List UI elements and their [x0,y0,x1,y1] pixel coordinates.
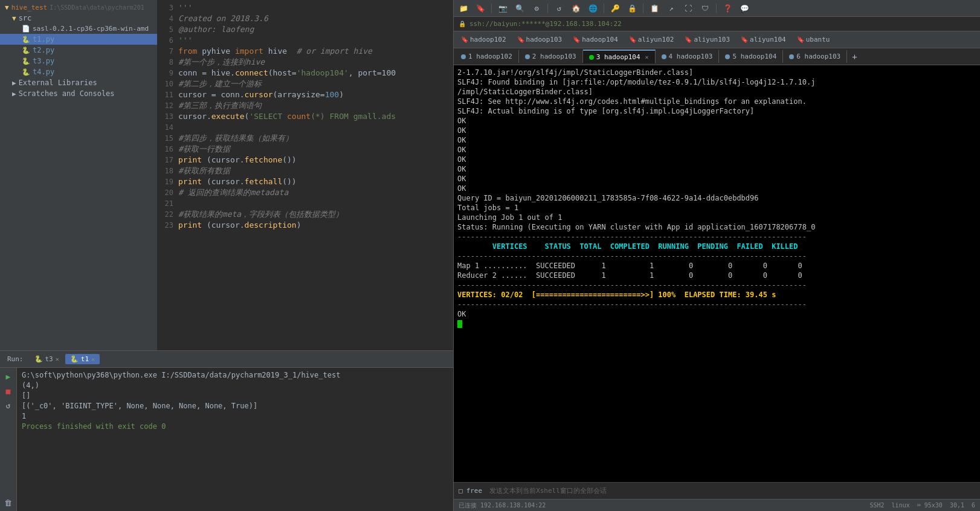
ssh-toolbar: 📁 🔖 📷 🔍 ⚙ ↺ 🏠 🌐 🔑 🔒 📋 ↗ ⛶ 🛡 ❓ 💬 [454,0,980,17]
t3-file[interactable]: 🐍 t3.py [0,56,157,66]
run-panel-inner: ▶ ■ ↺ 🗑 G:\soft\python\py368\python.exe … [0,368,453,511]
src-folder[interactable]: ▼ src [0,13,157,24]
run-line-4: 1 [22,411,448,422]
t3-label: t3.py [33,57,54,65]
run-tab-t1[interactable]: 🐍 t1 ✕ [65,354,100,364]
external-libraries[interactable]: ▶ External Libraries [0,77,157,88]
ssh-new-session-btn[interactable]: 📁 [456,1,471,16]
bookmark-hadoop104[interactable]: 🔖 hadoop104 [568,34,623,45]
ssh-tabs-bar: 1 hadoop102 2 hadoop103 3 hadoop104 ✕ 4 … [454,48,980,65]
term-line-5: OK [457,116,976,126]
code-line-14: 14 [157,122,453,133]
ssh-camera-btn[interactable]: 📷 [495,1,510,16]
t1-icon: 🐍 [22,36,30,43]
tab-dot-4 [725,54,730,59]
bookmark-aliyun104[interactable]: 🔖 aliyun104 [736,34,791,45]
project-name: hive_test [11,4,48,11]
t4-file[interactable]: 🐍 t4.py [0,66,157,77]
ssh-terminal[interactable]: 2-1.7.10.jar!/org/slf4j/impl/StaticLogge… [454,65,980,482]
term-line-9: OK [457,155,976,164]
ssh-copy-btn[interactable]: 📋 [647,1,662,16]
term-line-21: Map 1 .......... SUCCEEDED 1 1 0 0 0 0 [457,261,976,271]
ssh-shield-btn[interactable]: 🛡 [698,1,712,16]
run-trash-button[interactable]: 🗑 [2,497,15,509]
code-line-6: 6 ''' [157,35,453,46]
run-tabs-bar: Run: 🐍 t3 ✕ 🐍 t1 ✕ [0,351,453,368]
code-line-7: 7 from pyhive import hive # or import hi… [157,46,453,57]
ssh-tab-5[interactable]: 6 hadoop103 [783,50,847,63]
ssh-tab-4[interactable]: 5 hadoop104 [719,50,783,63]
code-line-13: 13 cursor.execute('SELECT count(*) FROM … [157,111,453,122]
run-stop-button[interactable]: ■ [2,385,15,397]
scratches-icon: ▶ [12,90,16,98]
bk-icon-4: 🔖 [685,36,692,43]
bookmark-hadoop103[interactable]: 🔖 hadoop103 [512,34,567,45]
ssh-connect-btn[interactable]: 🔖 [473,1,488,16]
run-label: Run: [2,355,28,363]
ssh-home-btn[interactable]: 🏠 [569,1,583,16]
t1-tab-label: t1 [81,355,89,363]
ssh-globe-btn[interactable]: 🌐 [585,1,600,16]
code-line-18: 18 #获取所有数据 [157,166,453,176]
code-line-17: 17 print (cursor.fetchone()) [157,155,453,166]
ssh-status-os: linux [892,502,910,509]
code-editor[interactable]: 3 ''' 4 Created on 2018.3.6 5 @author: l… [157,0,453,329]
term-line-6: OK [457,126,976,135]
tab-label-3: 4 hadoop103 [669,53,713,60]
ssh-help-btn[interactable]: ❓ [720,1,735,16]
term-line-26: OK [457,309,976,319]
address-lock-icon: 🔒 [459,21,466,27]
ssh-tab-add-button[interactable]: + [847,50,862,64]
ssh-search-btn[interactable]: 🔍 [512,1,527,16]
t1-tab-close[interactable]: ✕ [91,356,95,362]
ssh-tab-3[interactable]: 4 hadoop103 [656,50,720,63]
run-panel: Run: 🐍 t3 ✕ 🐍 t1 ✕ ▶ ■ ↺ 🗑 G:\soft\pytho… [0,350,453,511]
src-folder-icon: ▼ [12,14,16,22]
t3-tab-close[interactable]: ✕ [56,356,59,362]
ssh-refresh-btn[interactable]: ↺ [552,1,566,16]
bookmark-hadoop102[interactable]: 🔖 hadoop102 [456,34,511,45]
t2-file[interactable]: 🐍 t2.py [0,45,157,56]
ssh-key-btn[interactable]: 🔑 [608,1,622,16]
ssh-bookmarks-bar: 🔖 hadoop102 🔖 hadoop103 🔖 hadoop104 🔖 al… [454,31,980,48]
ssh-chat-btn[interactable]: 💬 [737,1,752,16]
ssh-tab-0[interactable]: 1 hadoop102 [455,50,519,63]
scratches-consoles[interactable]: ▶ Scratches and Consoles [0,88,157,99]
t1-tab-icon: 🐍 [70,355,79,363]
ssh-status-num: 6 [972,502,975,509]
ide-panel: ▼ hive_test I:\SSDData\data\pycharm201 ▼… [0,0,453,511]
ext-lib-label: External Libraries [19,79,97,87]
ssh-share-btn[interactable]: ↗ [664,1,679,16]
send-text-placeholder: 发送文本到当前Xshell窗口的全部会话 [489,486,607,495]
ssh-fullscreen-btn[interactable]: ⛶ [681,1,695,16]
ssh-status-ssh: SSH2 [870,502,885,509]
code-line-21: 21 [157,198,453,209]
ssh-tab-1[interactable]: 2 hadoop103 [519,50,583,63]
run-output: G:\soft\python\py368\python.exe I:/SSDDa… [17,368,453,511]
send-text-bar: □ free 发送文本到当前Xshell窗口的全部会话 [454,482,980,499]
run-play-button[interactable]: ▶ [2,370,15,382]
bookmark-aliyun103[interactable]: 🔖 aliyun103 [680,34,735,45]
bookmark-aliyun102[interactable]: 🔖 aliyun102 [624,34,679,45]
tab-label-0: 1 hadoop102 [468,53,512,60]
ssh-settings-btn[interactable]: ⚙ [529,1,544,16]
tab-dot-0 [461,54,466,59]
code-line-15: 15 #第四步，获取结果集（如果有） [157,133,453,144]
ssh-tab-2[interactable]: 3 hadoop104 ✕ [583,50,656,63]
term-line-18: ----------------------------------------… [457,232,976,242]
ssh-lock-btn[interactable]: 🔒 [625,1,639,16]
run-tab-t3[interactable]: 🐍 t3 ✕ [30,354,64,364]
term-line-19: VERTICES STATUS TOTAL COMPLETED RUNNING … [457,242,976,251]
tab-close-2[interactable]: ✕ [645,54,649,60]
t1-file[interactable]: 🐍 t1.py [0,34,157,45]
bk-label-4: aliyun103 [694,36,730,43]
bookmark-ubantu[interactable]: 🔖 ubantu [792,34,835,45]
tab-label-4: 5 hadoop104 [732,53,776,60]
run-line-1: (4,) [22,381,448,391]
term-line-15: Launching Job 1 out of 1 [457,213,976,222]
sasl-file[interactable]: 📄 sasl-0.2.1-cp36-cp36m-win-amd [0,24,157,34]
tab-dot-3 [662,54,666,59]
project-root[interactable]: ▼ hive_test I:\SSDData\data\pycharm201 [0,2,157,13]
term-line-22: Reducer 2 ...... SUCCEEDED 1 1 0 0 0 0 [457,271,976,280]
run-rerun-button[interactable]: ↺ [2,399,15,411]
